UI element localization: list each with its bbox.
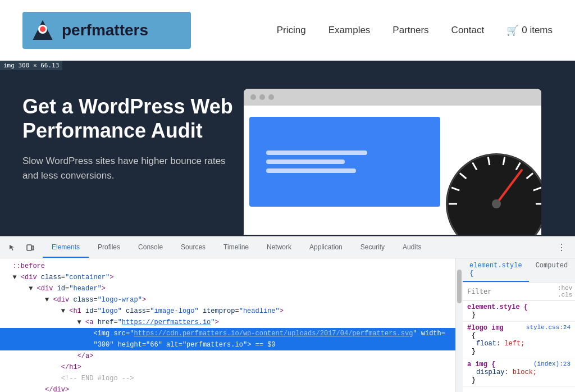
style-rule-element: element.style { } bbox=[463, 301, 575, 322]
nav-examples[interactable]: Examples bbox=[328, 25, 371, 36]
hero-visual bbox=[244, 83, 553, 236]
styles-tab-styles[interactable]: element.style { bbox=[463, 258, 529, 282]
style-prop-display: display: block; bbox=[467, 368, 571, 376]
html-line: ▼ <h1 id="logo" class="image-logo" itemp… bbox=[0, 306, 455, 317]
tab-audits[interactable]: Audits bbox=[394, 237, 430, 258]
browser-content bbox=[244, 106, 541, 235]
logo-icon bbox=[29, 17, 56, 44]
devtools-panel: Elements Profiles Console Sources Timeli… bbox=[0, 236, 575, 392]
tab-sources[interactable]: Sources bbox=[172, 237, 215, 258]
devtools-toolbar: Elements Profiles Console Sources Timeli… bbox=[0, 237, 575, 258]
browser-lines bbox=[266, 151, 367, 173]
site-navigation: Pricing Examples Partners Contact 🛒 0 it… bbox=[277, 25, 553, 37]
logo-area: perfmatters bbox=[22, 12, 191, 49]
styles-tabs: element.style { Computed » bbox=[463, 258, 575, 282]
browser-line-1 bbox=[266, 151, 367, 155]
browser-dot-2 bbox=[259, 94, 265, 100]
img-tooltip: img 300 × 66.13 bbox=[0, 61, 62, 70]
scrollbar[interactable] bbox=[456, 258, 463, 392]
svg-point-16 bbox=[492, 199, 501, 208]
hero-text: Get a WordPress Web Performance Audit Sl… bbox=[22, 83, 244, 183]
html-line: </h1> bbox=[0, 362, 455, 373]
html-line-highlighted-2: "300" height="66" alt="perfmatters.io"> … bbox=[0, 339, 455, 350]
html-line: ▼ <div class="container"> bbox=[0, 272, 455, 283]
device-icon bbox=[26, 244, 34, 252]
hero-section: Get a WordPress Web Performance Audit Sl… bbox=[0, 61, 575, 236]
nav-partners[interactable]: Partners bbox=[393, 25, 428, 36]
browser-bar bbox=[244, 89, 541, 106]
style-brace-close: } bbox=[467, 348, 571, 355]
tabs-more-button[interactable]: ⋮ bbox=[553, 237, 571, 258]
html-line: ▼ <a href="https://perfmatters.io"> bbox=[0, 317, 455, 328]
tab-console[interactable]: Console bbox=[129, 237, 172, 258]
browser-dot-3 bbox=[268, 94, 274, 100]
svg-point-4 bbox=[447, 154, 541, 235]
hero-subtext: Slow WordPress sites have higher bounce … bbox=[22, 154, 244, 183]
style-selector-row: #logo img style.css:24 bbox=[467, 324, 571, 332]
cart[interactable]: 🛒 0 items bbox=[506, 25, 553, 37]
styles-filter-bar: :hov .cls bbox=[463, 282, 575, 301]
nav-contact[interactable]: Contact bbox=[451, 25, 485, 36]
browser-dot-1 bbox=[250, 94, 256, 100]
svg-rect-18 bbox=[32, 246, 34, 250]
style-brace-close-2: } bbox=[467, 376, 571, 384]
style-close: } bbox=[467, 311, 571, 319]
style-prop-float: float: left; bbox=[467, 340, 571, 348]
cart-icon: 🛒 bbox=[506, 25, 518, 37]
svg-point-2 bbox=[40, 26, 45, 32]
svg-rect-17 bbox=[27, 245, 31, 250]
style-rule-a-img: a img { (index):23 display: block; } bbox=[463, 358, 575, 387]
html-line: </div> bbox=[0, 384, 455, 392]
style-selector-row-2: a img { (index):23 bbox=[467, 361, 571, 368]
style-rule-logo-img: #logo img style.css:24 { float: left; } bbox=[463, 322, 575, 358]
tab-network[interactable]: Network bbox=[258, 237, 300, 258]
tab-elements[interactable]: Elements bbox=[43, 237, 89, 258]
styles-tab-computed[interactable]: Computed bbox=[529, 258, 575, 282]
cart-label: 0 items bbox=[522, 25, 553, 36]
browser-line-2 bbox=[266, 159, 345, 164]
cursor-icon bbox=[8, 244, 16, 252]
cursor-icon-btn[interactable] bbox=[4, 240, 20, 256]
hero-heading: Get a WordPress Web Performance Audit bbox=[22, 94, 244, 143]
scroll-thumb[interactable] bbox=[457, 270, 462, 303]
filter-pseudo[interactable]: :hov .cls bbox=[558, 285, 572, 298]
tab-profiles[interactable]: Profiles bbox=[89, 237, 129, 258]
styles-panel: element.style { Computed » :hov .cls ele… bbox=[463, 258, 575, 392]
logo-box: perfmatters bbox=[22, 12, 191, 49]
html-panel[interactable]: ::before ▼ <div class="container"> ▼ <di… bbox=[0, 258, 456, 392]
speedometer-svg bbox=[440, 125, 541, 235]
devtools-content: ::before ▼ <div class="container"> ▼ <di… bbox=[0, 258, 575, 392]
html-line: <!-- END #logo --> bbox=[0, 373, 455, 384]
styles-filter-input[interactable] bbox=[467, 288, 553, 295]
html-line: ▼ <div class="logo-wrap"> bbox=[0, 294, 455, 306]
logo-text: perfmatters bbox=[62, 21, 148, 39]
nav-pricing[interactable]: Pricing bbox=[277, 25, 306, 36]
browser-blue-block bbox=[249, 117, 440, 207]
tab-application[interactable]: Application bbox=[300, 237, 352, 258]
device-icon-btn[interactable] bbox=[22, 240, 38, 256]
html-line: ▼ <div id="header"> bbox=[0, 283, 455, 294]
style-selector: element.style { bbox=[467, 303, 571, 311]
browser-line-3 bbox=[266, 168, 356, 173]
html-line-highlighted: <img src="https://cdn.perfmatters.io/wp-… bbox=[0, 328, 455, 339]
style-brace-open: { bbox=[467, 332, 571, 340]
website-preview: perfmatters Pricing Examples Partners Co… bbox=[0, 0, 575, 236]
html-line: ::before bbox=[0, 261, 455, 272]
devtools-icons bbox=[4, 240, 38, 256]
tab-timeline[interactable]: Timeline bbox=[215, 237, 258, 258]
html-line: </a> bbox=[0, 350, 455, 362]
tab-security[interactable]: Security bbox=[352, 237, 394, 258]
site-header: perfmatters Pricing Examples Partners Co… bbox=[0, 0, 575, 61]
devtools-tabs: Elements Profiles Console Sources Timeli… bbox=[43, 237, 571, 258]
browser-mockup bbox=[244, 89, 541, 235]
